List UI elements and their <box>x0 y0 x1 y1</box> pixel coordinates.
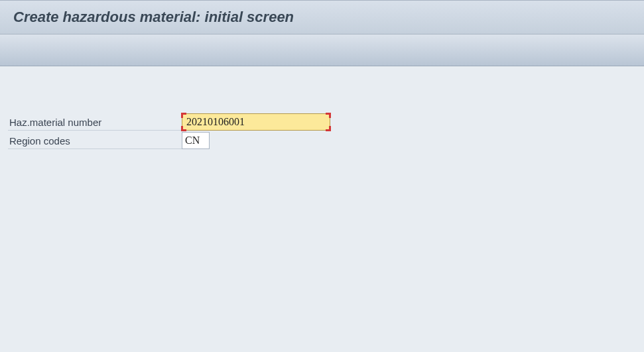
page-title: Create hazardous material: initial scree… <box>13 9 294 26</box>
title-bar: Create hazardous material: initial scree… <box>0 0 644 34</box>
region-codes-label: Region codes <box>8 132 182 149</box>
form-row-haz-material: Haz.material number <box>8 113 644 131</box>
application-toolbar <box>0 34 644 66</box>
haz-material-input[interactable] <box>182 113 330 131</box>
haz-material-input-wrap <box>182 113 330 131</box>
form-row-region-codes: Region codes <box>8 131 644 150</box>
haz-material-label: Haz.material number <box>8 113 182 131</box>
region-codes-input[interactable] <box>182 132 210 149</box>
content-area: Haz.material number Region codes <box>0 66 644 150</box>
